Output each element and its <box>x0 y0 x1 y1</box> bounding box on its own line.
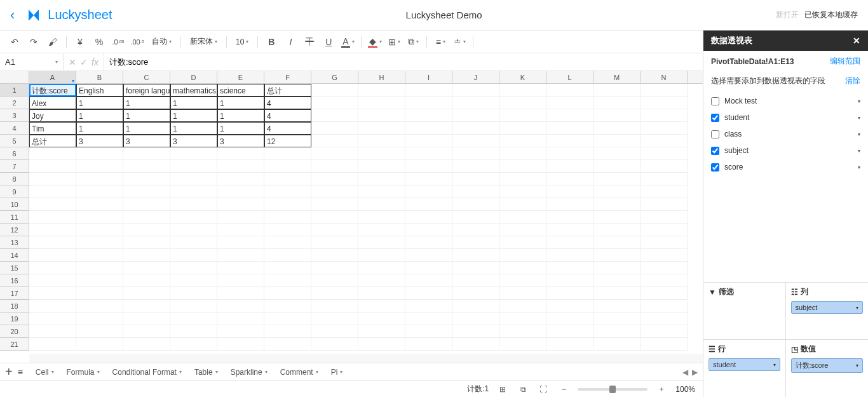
cell[interactable] <box>217 249 264 262</box>
cell[interactable] <box>76 274 123 287</box>
cell[interactable] <box>546 338 593 351</box>
add-sheet-button[interactable]: + <box>5 365 13 379</box>
cell[interactable] <box>76 300 123 313</box>
chevron-down-icon[interactable]: ▾ <box>51 369 54 375</box>
cell[interactable] <box>546 236 593 249</box>
cell[interactable] <box>358 198 405 211</box>
cell[interactable] <box>452 160 499 173</box>
filter-zone[interactable]: ▼筛选 <box>703 283 786 340</box>
cell[interactable] <box>29 249 76 262</box>
cell[interactable] <box>641 338 688 351</box>
cell[interactable] <box>217 211 264 224</box>
chevron-down-icon[interactable]: ▾ <box>265 369 268 375</box>
clear-link[interactable]: 清除 <box>845 76 860 86</box>
cell[interactable] <box>546 185 593 198</box>
cell[interactable] <box>641 173 688 185</box>
borders-button[interactable]: ⊞ <box>386 34 402 50</box>
cell[interactable] <box>170 211 217 224</box>
cell[interactable] <box>217 236 264 249</box>
cell[interactable] <box>217 325 264 338</box>
column-header-G[interactable]: G <box>311 71 358 83</box>
chevron-down-icon[interactable]: ▾ <box>858 131 860 137</box>
cell[interactable] <box>546 224 593 236</box>
chevron-down-icon[interactable]: ▾ <box>97 369 100 375</box>
cell[interactable] <box>311 249 358 262</box>
cell[interactable] <box>641 313 688 325</box>
cell[interactable] <box>499 262 546 274</box>
cell[interactable] <box>123 262 170 274</box>
chevron-down-icon[interactable]: ▾ <box>858 165 860 170</box>
cell[interactable] <box>593 325 641 338</box>
chevron-down-icon[interactable]: ▾ <box>179 369 182 375</box>
cell[interactable] <box>311 274 358 287</box>
cell[interactable] <box>76 249 123 262</box>
chevron-down-icon[interactable]: ▾ <box>215 369 218 375</box>
sheet-tab[interactable]: Comment▾ <box>275 365 323 379</box>
cell[interactable] <box>311 262 358 274</box>
cell[interactable]: mathematics <box>170 84 217 97</box>
cell[interactable] <box>452 173 499 185</box>
cell[interactable] <box>358 262 405 274</box>
cell[interactable] <box>452 236 499 249</box>
cell[interactable] <box>311 198 358 211</box>
cell[interactable] <box>170 249 217 262</box>
cell[interactable] <box>358 84 405 97</box>
cell[interactable] <box>264 173 311 185</box>
cell[interactable] <box>452 135 499 147</box>
column-header-A[interactable]: A▾ <box>29 71 76 83</box>
cell[interactable] <box>358 97 405 109</box>
cell[interactable]: 1 <box>217 109 264 122</box>
cell[interactable] <box>170 147 217 160</box>
cell[interactable] <box>29 338 76 351</box>
cell[interactable] <box>123 147 170 160</box>
cell[interactable] <box>311 135 358 147</box>
cell[interactable]: 3 <box>170 135 217 147</box>
columns-zone[interactable]: ☷列 subject▾ <box>786 283 869 340</box>
cell[interactable] <box>170 224 217 236</box>
row-header[interactable]: 11 <box>0 211 29 224</box>
cell[interactable] <box>452 338 499 351</box>
format-painter-button[interactable]: 🖌 <box>44 34 61 50</box>
cell[interactable] <box>546 249 593 262</box>
cancel-icon[interactable]: ✕ <box>69 57 76 67</box>
logo[interactable]: Luckysheet <box>25 6 112 24</box>
row-header[interactable]: 6 <box>0 147 29 160</box>
cell[interactable] <box>311 325 358 338</box>
cell[interactable] <box>499 173 546 185</box>
values-zone[interactable]: ◳数值 计数:score▾ <box>786 340 869 397</box>
row-header[interactable]: 16 <box>0 274 29 287</box>
cell[interactable] <box>641 300 688 313</box>
row-header[interactable]: 5 <box>0 135 29 147</box>
cell[interactable] <box>452 325 499 338</box>
cell[interactable] <box>76 198 123 211</box>
chevron-down-icon[interactable]: ▾ <box>340 369 342 375</box>
cell-name-box[interactable]: A1 <box>0 53 64 71</box>
cell[interactable] <box>641 211 688 224</box>
field-checkbox[interactable] <box>711 130 719 138</box>
cell[interactable] <box>546 262 593 274</box>
row-field-item[interactable]: student▾ <box>709 358 780 371</box>
cell[interactable] <box>264 274 311 287</box>
cell[interactable] <box>264 300 311 313</box>
pivot-field[interactable]: class▾ <box>711 126 860 142</box>
cell[interactable] <box>358 249 405 262</box>
cell[interactable]: 4 <box>264 97 311 109</box>
cell[interactable] <box>170 325 217 338</box>
cell[interactable] <box>405 274 452 287</box>
cell[interactable] <box>641 84 688 97</box>
cell[interactable] <box>311 147 358 160</box>
cell[interactable] <box>405 236 452 249</box>
cell[interactable] <box>405 211 452 224</box>
cell[interactable] <box>170 338 217 351</box>
cell[interactable] <box>452 84 499 97</box>
cell[interactable] <box>123 173 170 185</box>
confirm-icon[interactable]: ✓ <box>80 57 88 67</box>
chevron-down-icon[interactable]: ▾ <box>316 369 318 375</box>
cell[interactable] <box>123 300 170 313</box>
font-size-dropdown[interactable]: 10 <box>232 34 252 50</box>
column-header-I[interactable]: I <box>405 71 452 83</box>
row-header[interactable]: 9 <box>0 185 29 198</box>
cell[interactable] <box>170 287 217 300</box>
cell[interactable] <box>29 211 76 224</box>
row-header[interactable]: 1 <box>0 84 29 97</box>
